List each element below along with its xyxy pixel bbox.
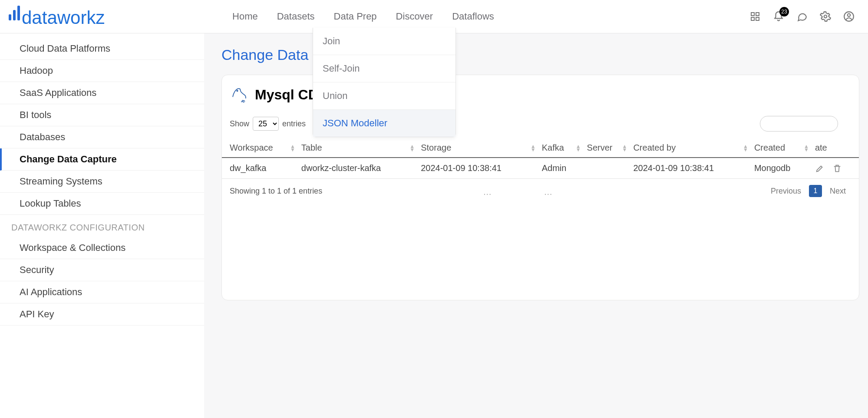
sort-icon: ▲▼	[622, 145, 627, 151]
sidebar-item-security[interactable]: Security	[0, 259, 204, 281]
sort-icon: ▲▼	[743, 145, 748, 151]
svg-rect-5	[751, 17, 754, 20]
sidebar-item-streaming-systems[interactable]: Streaming Systems	[0, 171, 204, 193]
nav-data-prep[interactable]: Data Prep	[334, 7, 377, 26]
sidebar-item-change-data-capture[interactable]: Change Data Capture	[0, 148, 204, 171]
svg-rect-2	[17, 6, 20, 20]
entries-label: entries	[282, 119, 306, 128]
cell-workspace: dw_kafka	[222, 158, 297, 179]
page-number[interactable]: 1	[809, 185, 822, 197]
dropdown-item-join[interactable]: Join	[313, 28, 455, 55]
col-created[interactable]: Created▲▼	[750, 138, 811, 158]
edit-icon[interactable]	[815, 164, 825, 173]
svg-rect-6	[756, 17, 759, 20]
cell-kafka: Admin	[538, 158, 583, 179]
svg-point-9	[848, 14, 851, 17]
sidebar-item-workspace-collections[interactable]: Workspace & Collections	[0, 237, 204, 259]
header-icons: 23	[749, 10, 855, 23]
svg-point-10	[237, 90, 238, 91]
cell-server	[583, 158, 629, 179]
col-server[interactable]: Server▲▼	[583, 138, 629, 158]
sidebar-item-bi-tools[interactable]: BI tools	[0, 104, 204, 126]
sidebar-item-databases[interactable]: Databases	[0, 126, 204, 148]
data-prep-dropdown: Join Self-Join Union JSON Modeller	[313, 28, 456, 137]
sidebar-item-cloud-data-platforms[interactable]: Cloud Data Platforms	[0, 38, 204, 60]
apps-icon[interactable]	[749, 10, 761, 23]
brand-logo[interactable]: dataworkz	[8, 5, 105, 28]
show-label: Show	[230, 119, 249, 128]
col-created-by[interactable]: Created by▲▼	[629, 138, 750, 158]
sidebar-item-ai-applications[interactable]: AI Applications	[0, 281, 204, 303]
pagination: Previous 1 Next	[771, 185, 846, 197]
nav-discover[interactable]: Discover	[396, 7, 433, 26]
col-partial: ate	[811, 138, 859, 158]
showing-text: Showing 1 to 1 of 1 entries	[230, 187, 322, 196]
nav-datasets[interactable]: Datasets	[277, 7, 315, 26]
dropdown-item-self-join[interactable]: Self-Join	[313, 55, 455, 82]
cdc-table: Workspace▲▼ Table▲▼ Storage▲▼ Kafka▲▼ Se…	[222, 138, 859, 179]
svg-point-7	[824, 15, 827, 18]
sort-icon: ▲▼	[531, 145, 536, 151]
search-input[interactable]	[760, 116, 838, 132]
sort-icon: ▲▼	[409, 145, 415, 151]
trash-icon[interactable]	[832, 164, 842, 173]
col-table[interactable]: Table▲▼	[297, 138, 416, 158]
svg-rect-3	[751, 13, 754, 16]
gear-icon[interactable]	[819, 10, 832, 23]
cell-storage: 2024-01-09 10:38:41	[416, 158, 538, 179]
app-header: dataworkz Home Datasets Data Prep Discov…	[0, 0, 868, 33]
cell-created-by: 2024-01-09 10:38:41	[629, 158, 750, 179]
sidebar-item-lookup-tables[interactable]: Lookup Tables	[0, 193, 204, 215]
sidebar-item-hadoop[interactable]: Hadoop	[0, 60, 204, 82]
svg-rect-0	[9, 14, 11, 20]
row-actions	[815, 164, 855, 173]
sort-icon: ▲▼	[576, 145, 581, 151]
dropdown-item-union[interactable]: Union	[313, 82, 455, 109]
next-button[interactable]: Next	[830, 187, 846, 196]
main-nav: Home Datasets Data Prep Discover Dataflo…	[232, 7, 494, 26]
sidebar-item-api-key[interactable]: API Key	[0, 303, 204, 326]
ellipsis-icon: …	[483, 185, 492, 197]
user-icon[interactable]	[843, 10, 855, 23]
nav-home[interactable]: Home	[232, 7, 258, 26]
notifications-count-badge: 23	[779, 7, 789, 16]
ellipsis-icon: …	[544, 185, 552, 197]
dropdown-item-json-modeller[interactable]: JSON Modeller	[313, 109, 455, 137]
table-row[interactable]: dw_kafka dworkz-cluster-kafka 2024-01-09…	[222, 158, 859, 179]
col-kafka[interactable]: Kafka▲▼	[538, 138, 583, 158]
entries-select[interactable]: 25	[253, 117, 279, 131]
chat-icon[interactable]	[796, 10, 808, 23]
sort-icon: ▲▼	[290, 145, 295, 151]
mysql-icon	[230, 86, 248, 104]
sidebar-config-heading: DATAWORKZ CONFIGURATION	[0, 215, 204, 237]
nav-dataflows[interactable]: Dataflows	[452, 7, 494, 26]
sort-icon: ▲▼	[804, 145, 809, 151]
sidebar-item-saas-applications[interactable]: SaaS Applications	[0, 82, 204, 104]
content-area: Change Data Cap Mysql CDC Show 25 entrie…	[204, 33, 868, 418]
brand-name: dataworkz	[22, 7, 105, 28]
cell-created: Mongodb	[750, 158, 811, 179]
col-workspace[interactable]: Workspace▲▼	[222, 138, 297, 158]
notifications-icon[interactable]: 23	[772, 10, 785, 23]
sidebar: Cloud Data Platforms Hadoop SaaS Applica…	[0, 33, 204, 418]
svg-rect-4	[756, 13, 759, 16]
cell-table: dworkz-cluster-kafka	[297, 158, 416, 179]
prev-button[interactable]: Previous	[771, 187, 801, 196]
svg-rect-1	[13, 10, 16, 20]
col-storage[interactable]: Storage▲▼	[416, 138, 538, 158]
